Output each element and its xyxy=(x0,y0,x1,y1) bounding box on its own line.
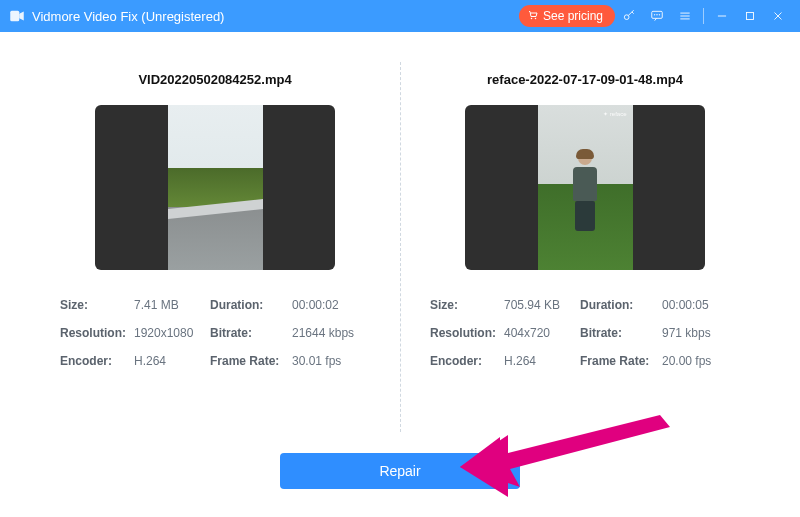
watermark-icon: ✦ reface xyxy=(603,111,626,117)
action-bar: Repair xyxy=(0,453,800,489)
source-meta: Size: 7.41 MB Duration: 00:00:02 Resolut… xyxy=(60,298,370,368)
svg-point-5 xyxy=(654,15,655,16)
key-icon[interactable] xyxy=(615,2,643,30)
sample-meta: Size: 705.94 KB Duration: 00:00:05 Resol… xyxy=(430,298,740,368)
meta-label-bitrate: Bitrate: xyxy=(210,326,288,340)
meta-label-resolution: Resolution: xyxy=(60,326,130,340)
panel-divider xyxy=(400,62,401,432)
meta-value-duration: 00:00:02 xyxy=(292,298,370,312)
svg-point-1 xyxy=(531,17,533,19)
meta-label-encoder: Encoder: xyxy=(430,354,500,368)
svg-point-2 xyxy=(535,17,537,19)
svg-rect-0 xyxy=(10,11,19,22)
app-logo-icon xyxy=(8,7,26,25)
meta-value-bitrate: 21644 kbps xyxy=(292,326,370,340)
svg-point-3 xyxy=(624,15,629,20)
repair-button[interactable]: Repair xyxy=(280,453,520,489)
meta-label-size: Size: xyxy=(430,298,500,312)
main-content: VID20220502084252.mp4 Size: 7.41 MB Dura… xyxy=(0,32,800,432)
sample-video-panel: reface-2022-07-17-09-01-48.mp4 ✦ reface … xyxy=(400,72,770,432)
titlebar: Vidmore Video Fix (Unregistered) See pri… xyxy=(0,0,800,32)
app-title: Vidmore Video Fix (Unregistered) xyxy=(32,9,224,24)
meta-value-size: 705.94 KB xyxy=(504,298,576,312)
meta-value-bitrate: 971 kbps xyxy=(662,326,740,340)
sample-thumbnail[interactable]: ✦ reface xyxy=(465,105,705,270)
svg-point-7 xyxy=(659,15,660,16)
meta-label-framerate: Frame Rate: xyxy=(580,354,658,368)
meta-value-encoder: H.264 xyxy=(504,354,576,368)
meta-label-framerate: Frame Rate: xyxy=(210,354,288,368)
minimize-icon[interactable] xyxy=(708,2,736,30)
close-icon[interactable] xyxy=(764,2,792,30)
meta-label-encoder: Encoder: xyxy=(60,354,130,368)
source-thumbnail-image xyxy=(168,105,263,270)
meta-label-duration: Duration: xyxy=(580,298,658,312)
meta-label-bitrate: Bitrate: xyxy=(580,326,658,340)
see-pricing-button[interactable]: See pricing xyxy=(519,5,615,27)
see-pricing-label: See pricing xyxy=(543,9,603,23)
feedback-icon[interactable] xyxy=(643,2,671,30)
meta-value-size: 7.41 MB xyxy=(134,298,206,312)
source-video-panel: VID20220502084252.mp4 Size: 7.41 MB Dura… xyxy=(30,72,400,432)
maximize-icon[interactable] xyxy=(736,2,764,30)
sample-thumbnail-image: ✦ reface xyxy=(538,105,633,270)
meta-label-duration: Duration: xyxy=(210,298,288,312)
svg-point-6 xyxy=(657,15,658,16)
meta-label-size: Size: xyxy=(60,298,130,312)
meta-label-resolution: Resolution: xyxy=(430,326,500,340)
meta-value-resolution: 404x720 xyxy=(504,326,576,340)
svg-rect-8 xyxy=(747,13,754,20)
sample-filename: reface-2022-07-17-09-01-48.mp4 xyxy=(487,72,683,87)
meta-value-framerate: 30.01 fps xyxy=(292,354,370,368)
meta-value-resolution: 1920x1080 xyxy=(134,326,206,340)
meta-value-duration: 00:00:05 xyxy=(662,298,740,312)
meta-value-encoder: H.264 xyxy=(134,354,206,368)
titlebar-separator xyxy=(703,8,704,24)
source-thumbnail[interactable] xyxy=(95,105,335,270)
meta-value-framerate: 20.00 fps xyxy=(662,354,740,368)
menu-icon[interactable] xyxy=(671,2,699,30)
source-filename: VID20220502084252.mp4 xyxy=(138,72,291,87)
cart-icon xyxy=(527,9,539,24)
